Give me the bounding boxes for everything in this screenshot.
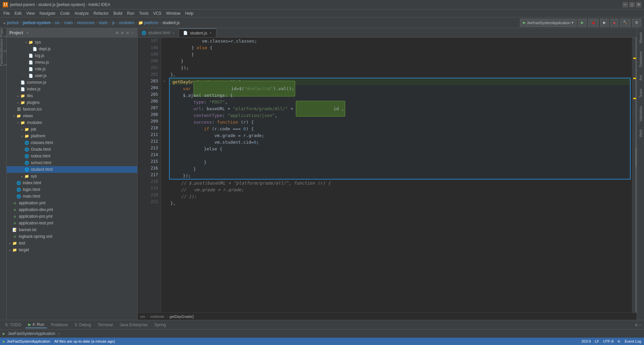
minimize-button[interactable]: ─ <box>623 2 628 7</box>
tab-student-js[interactable]: 📄 student.js ✕ <box>179 28 216 37</box>
bc-src[interactable]: src <box>55 20 60 25</box>
bc-studentjs[interactable]: student.js <box>162 20 179 25</box>
menu-vcs[interactable]: VCS <box>151 10 164 16</box>
run-tab-debug[interactable]: 5: Debug <box>72 322 94 328</box>
close-button[interactable]: ✕ <box>636 2 641 7</box>
run-button[interactable]: ▶ <box>578 19 587 27</box>
tree-item-common[interactable]: 📄 common.js <box>7 79 137 86</box>
bc-static[interactable]: static <box>99 20 108 25</box>
bc-platform[interactable]: 📁 platform <box>138 20 158 25</box>
menu-tools[interactable]: Tools <box>137 10 151 16</box>
bc-jeefast[interactable]: jeefast <box>7 20 18 25</box>
code-content[interactable]: vm.classes=r.classes; } else { } } }); <box>168 38 632 313</box>
menu-window[interactable]: Window <box>164 10 182 16</box>
panel-collapse-all[interactable]: ⊞ <box>115 30 119 36</box>
tree-item-role[interactable]: 📄 role.js <box>7 66 137 72</box>
stop-button[interactable]: ■ <box>610 19 619 27</box>
run-tab-spring[interactable]: Spring <box>152 322 169 328</box>
menu-help[interactable]: Help <box>183 10 196 16</box>
fold-icon-208[interactable] <box>161 111 168 118</box>
menu-run[interactable]: Run <box>125 10 137 16</box>
run-close-icon[interactable]: ✕ <box>58 332 60 336</box>
status-encoding[interactable]: UTF-8 <box>603 339 613 343</box>
run-settings-icon[interactable]: ⚙ <box>635 323 638 327</box>
editor-scrollbar[interactable] <box>632 38 637 313</box>
fold-icon-218[interactable] <box>161 178 168 185</box>
bc-resources[interactable]: resources <box>77 20 95 25</box>
run-tab-run[interactable]: ▶ 4: Run <box>25 322 47 328</box>
tree-item-user[interactable]: 📄 user.js <box>7 72 137 79</box>
fold-icon-216[interactable] <box>161 165 168 171</box>
tree-item-menu[interactable]: 📄 menu.js <box>7 59 137 66</box>
menu-build[interactable]: Build <box>111 10 124 16</box>
right-tab-database[interactable]: Database <box>638 49 644 70</box>
tree-item-logback[interactable]: ⚙ logback-spring.xml <box>7 233 137 240</box>
tree-item-classes[interactable]: 🌐 classes.html <box>7 139 137 146</box>
fold-icon-198[interactable] <box>161 44 168 51</box>
fold-icon-220[interactable] <box>161 192 168 198</box>
menu-analyze[interactable]: Analyze <box>72 10 91 16</box>
bc-jeefast-system[interactable]: jeefast-system <box>23 20 51 25</box>
fold-icon-214[interactable] <box>161 151 168 158</box>
menu-file[interactable]: File <box>1 10 12 16</box>
run-tab-terminal[interactable]: Terminal <box>95 322 115 328</box>
fold-icon-204[interactable] <box>161 84 168 91</box>
right-tab-web[interactable]: Web <box>638 127 644 140</box>
tree-item-sys[interactable]: ▾ 📁 sys <box>7 39 137 46</box>
right-tab-team[interactable]: Team <box>638 86 644 100</box>
panel-hide[interactable]: — <box>131 30 135 36</box>
fold-icon-221[interactable] <box>161 198 168 205</box>
scrollbar-thumb[interactable] <box>635 147 637 167</box>
tree-item-banner[interactable]: 📝 banner.txt <box>7 226 137 233</box>
run-tab-javaenterprise[interactable]: Java Enterprise <box>117 322 150 328</box>
tree-item-apptestyml[interactable]: ⚙ application-test.yml <box>7 220 137 226</box>
tree-item-main[interactable]: 🌐 main.html <box>7 193 137 200</box>
tree-item-indexhtml[interactable]: 🌐 index.html <box>7 180 137 186</box>
tree-item-views[interactable]: ▾ 📁 views <box>7 113 137 119</box>
tree-item-modules[interactable]: ▾ 📁 modules <box>7 119 137 126</box>
tree-item-sys2[interactable]: ▸ 📁 sys <box>7 173 137 180</box>
fold-icon-202[interactable] <box>161 71 168 78</box>
right-tab-ant[interactable]: Ant <box>638 72 644 83</box>
tab-student-js-close[interactable]: ✕ <box>209 31 212 35</box>
panel-scroll-from-source[interactable]: ⊛ <box>120 30 124 36</box>
right-tab-maven[interactable]: Maven <box>638 29 644 46</box>
run-config-selector[interactable]: ▶ JeeFastSystemApplication ▾ <box>520 19 577 27</box>
bc-main[interactable]: main <box>64 20 73 25</box>
tree-item-studenthtml[interactable]: 🌐 student.html <box>7 166 137 173</box>
fold-icon-199[interactable] <box>161 51 168 58</box>
tree-item-grade[interactable]: 🌐 Grade.html <box>7 146 137 153</box>
tree-item-appproyml[interactable]: ⚙ application-pro.yml <box>7 213 137 220</box>
tree-item-favicon[interactable]: 🖼 favicon.ico <box>7 106 137 113</box>
status-eventlog[interactable]: Event Log <box>625 339 641 343</box>
bc-js[interactable]: js <box>112 20 115 25</box>
menu-edit[interactable]: Edit <box>12 10 23 16</box>
maximize-button[interactable]: □ <box>629 2 635 7</box>
fold-icon-217[interactable] <box>161 171 168 178</box>
tree-item-school[interactable]: 🌐 school.html <box>7 159 137 166</box>
window-controls[interactable]: ─ □ ✕ <box>623 2 641 7</box>
fold-icon-210[interactable] <box>161 125 168 131</box>
tree-item-log[interactable]: 📄 log.js <box>7 52 137 59</box>
fold-icon-209[interactable] <box>161 118 168 125</box>
status-run-label[interactable]: ▶ JeeFastSystemApplication <box>3 339 50 344</box>
tab-student-html[interactable]: 🌐 student.html ✕ <box>138 28 179 37</box>
menu-view[interactable]: View <box>24 10 37 16</box>
tree-item-appyml[interactable]: ⚙ application.yml <box>7 200 137 206</box>
fold-icon-206[interactable] <box>161 98 168 105</box>
tree-item-target[interactable]: ▸ 📁 target <box>7 247 137 253</box>
tree-item-plugins[interactable]: ▸ 📁 plugins <box>7 99 137 106</box>
run-tab-problems[interactable]: Problems <box>48 322 71 328</box>
fold-icon-215[interactable] <box>161 158 168 165</box>
fold-icon-200[interactable] <box>161 58 168 64</box>
tree-item-libs[interactable]: ▸ 📁 libs <box>7 92 137 99</box>
status-position[interactable]: 203:9 <box>582 339 591 343</box>
menu-refactor[interactable]: Refactor <box>92 10 111 16</box>
settings-button[interactable]: ⚙ <box>632 19 641 27</box>
panel-dropdown-icon[interactable]: ▾ <box>26 30 29 35</box>
fold-icon-201[interactable] <box>161 64 168 71</box>
tree-item-notice[interactable]: 🌐 notice.html <box>7 153 137 159</box>
bc-modules[interactable]: modules <box>119 20 134 25</box>
menu-code[interactable]: Code <box>58 10 72 16</box>
tree-item-login[interactable]: 🌐 login.html <box>7 186 137 193</box>
